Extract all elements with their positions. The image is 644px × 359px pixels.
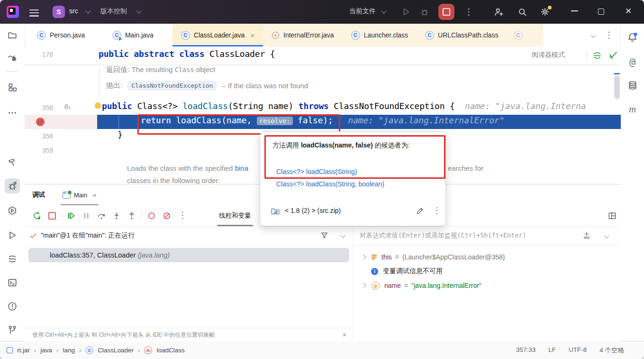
debug-session-tab[interactable]: Main × [58,184,101,205]
line-separator[interactable]: LF [548,346,556,355]
run-button[interactable] [400,6,412,18]
variable-row-name[interactable]: p name = "java.lang.InternalError" [353,278,621,293]
vcs-widget[interactable]: 版本控制 [100,7,127,16]
code-with-me-button[interactable] [493,6,504,18]
stack-frame-row[interactable]: loadClass:357, ClassLoader (java.lang) [28,248,349,262]
close-session-icon[interactable]: × [92,191,97,199]
debug-tool-button[interactable] [5,178,20,193]
tab-person-java[interactable]: C Person.java [28,24,93,46]
services-tool-button[interactable] [5,203,20,218]
tab-threads-variables[interactable]: 线程和变量 [215,205,255,226]
structure-tool-button[interactable] [5,80,20,95]
breakpoint-icon[interactable]: ✓ [36,118,45,126]
new-watch-icon[interactable] [582,231,591,240]
indent-setting[interactable]: 4 个空格 [599,346,624,355]
evaluate-expression-input[interactable]: 对表达式求值(Enter)或添加监视(Ctrl+Shift+Enter) [353,226,621,246]
problems-wave-tool-button[interactable] [5,251,20,267]
project-tool-button[interactable] [5,28,20,43]
layout-settings-icon[interactable] [607,210,618,221]
close-button[interactable]: ✕ [625,6,632,16]
exception-chip[interactable]: ClassNotFoundException [127,81,217,91]
code-line-357[interactable]: return loadClass(name, resolve: false); … [141,115,504,125]
line-number[interactable]: 359 [32,147,53,154]
filter-icon[interactable] [320,231,328,239]
crumb-lang[interactable]: lang [63,347,75,354]
override-marker-icon[interactable]: @↓ [64,103,71,110]
candidate-link-2[interactable]: Class<?> loadClass(String, boolean) [276,180,384,188]
tab-main-java[interactable]: C Main.java [104,24,162,46]
line-number[interactable]: 358 [32,132,53,140]
popup-jdk-footer[interactable]: < 1.8 (2) > (src.zip) [285,207,341,214]
inspections-ok-icon[interactable] [608,51,618,60]
run-config-chevron-icon[interactable] [381,8,386,13]
code-line-356[interactable]: public Class<?> loadClass(String name) t… [102,101,586,111]
notifications-bell-button[interactable] [625,29,640,45]
database-button[interactable] [625,78,640,93]
terminal-tool-button[interactable] [5,275,20,290]
line-number[interactable]: 356 [32,104,53,111]
crumb-loadclass[interactable]: loadClass [156,347,184,354]
step-over-button[interactable] [96,210,107,221]
file-encoding[interactable]: UTF-8 [569,346,587,355]
step-out-button[interactable] [126,210,137,221]
crumb-classloader[interactable]: ClassLoader [98,347,134,354]
reader-mode-icon[interactable] [592,51,602,60]
maven-button[interactable]: m [625,101,640,117]
crumb-rtjar[interactable]: rt.jar [17,347,30,354]
tab-partial[interactable]: C [507,24,543,46]
view-breakpoints-button[interactable] [146,210,157,221]
maximize-button[interactable] [598,9,604,15]
project-avatar[interactable]: S [53,6,65,18]
variable-row-this[interactable]: this = {Launcher$AppClassLoader@358} [353,250,621,264]
vcs-chevron-icon[interactable] [136,8,141,13]
build-tool-button[interactable] [5,155,20,170]
tab-classloader-java[interactable]: C ClassLoader.java × [172,24,263,46]
tab-list-chevron-icon[interactable] [590,32,596,37]
resume-button[interactable] [65,210,77,221]
more-tools-button[interactable] [5,105,20,120]
candidate-link-1[interactable]: Class<?> loadClass(String) [276,168,357,175]
pause-button[interactable] [81,210,92,221]
caret-position[interactable]: 357:33 [516,346,535,355]
run-tool-button[interactable] [5,228,20,243]
thread-chevron-icon[interactable] [340,232,345,238]
problems-tool-button[interactable] [5,299,20,314]
run-config-widget[interactable]: 当前文件 [349,7,376,16]
expand-chevron-icon[interactable] [361,283,366,288]
thread-row[interactable]: "main"@1 在组"main": 正在运行 [25,226,353,246]
tab-urlclasspath-class[interactable]: C URLClassPath.class [417,24,507,46]
stop-button[interactable] [438,4,454,20]
mute-breakpoints-button[interactable] [161,210,172,221]
edit-pencil-icon[interactable] [416,207,424,215]
step-into-button[interactable] [111,210,122,221]
evaluate-chevron-icon[interactable] [604,233,609,238]
debug-button[interactable] [419,6,430,18]
rerun-button[interactable] [31,210,43,221]
project-name[interactable]: src [69,7,78,15]
ai-assistant-button[interactable]: @ [625,54,640,69]
debug-more-icon[interactable]: ⋮ [178,211,187,220]
run-more-icon[interactable]: ⋮ [464,8,473,16]
stop-debug-button[interactable] [46,210,58,221]
ai-help-tool-button[interactable]: ? [5,50,20,65]
breadcrumb[interactable]: rt.jar › java › lang › C ClassLoader › m… [7,346,185,354]
expand-chevron-icon[interactable] [361,254,366,259]
sticky-header-line[interactable]: 178 public abstract class ClassLoader { … [25,46,621,65]
settings-button[interactable] [539,6,551,18]
search-everywhere-button[interactable] [517,6,528,18]
minimize-button[interactable] [571,10,578,11]
dismiss-hint-icon[interactable]: × [343,331,346,339]
method-candidates-popup[interactable]: 方法调用 loadClass(name, false) 的候选者为: Class… [260,131,446,226]
tab-more-icon[interactable]: ⋮ [605,31,613,39]
editor-scrollbar-thumb[interactable] [614,75,620,99]
intention-bulb-icon[interactable] [95,102,101,109]
main-menu-button[interactable] [29,8,39,18]
close-tab-icon[interactable]: × [250,31,254,39]
code-line-358[interactable]: } [118,129,123,139]
tab-launcher-class[interactable]: C Launcher.class [343,24,417,46]
project-chevron-icon[interactable] [85,8,91,13]
tab-internalerror-java[interactable]: InternalError.java [263,24,343,46]
reader-mode-label[interactable]: 阅读器模式 [532,51,565,59]
popup-more-icon[interactable]: ⋮ [433,206,441,215]
crumb-java[interactable]: java [40,347,52,354]
